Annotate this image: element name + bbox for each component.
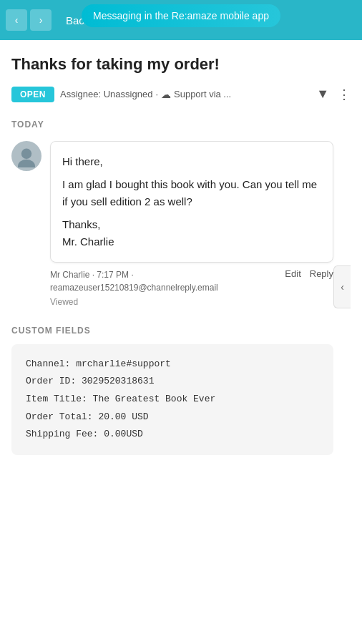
message-meta-right: Edit Reply	[285, 268, 333, 279]
message-container: Hi there, I am glad I bought this book w…	[11, 141, 333, 263]
field-order-total: Order Total: 20.00 USD	[26, 409, 319, 426]
status-actions: ▼ ⋮	[316, 87, 351, 102]
message-signature: Mr. Charlie	[62, 235, 114, 248]
svg-point-0	[21, 148, 31, 158]
header-bar: Messaging in the Re:amaze mobile app ‹ ›…	[0, 0, 362, 40]
conversation-title: Thanks for taking my order!	[11, 54, 351, 75]
edit-button[interactable]: Edit	[285, 268, 300, 279]
message-greeting: Hi there,	[62, 153, 321, 170]
custom-fields-title: CUSTOM FIELDS	[11, 326, 333, 336]
message-text: Hi there, I am glad I bought this book w…	[62, 153, 321, 250]
prev-button[interactable]: ‹	[6, 9, 27, 31]
message-body: I am glad I bought this book with you. C…	[62, 176, 321, 210]
message-area: ‹ TODAY Hi there, I am glad I bought thi…	[11, 119, 351, 455]
custom-fields-section: CUSTOM FIELDS Channel: mrcharlie#support…	[11, 326, 333, 455]
status-bar: OPEN Assignee: Unassigned · ☁ Support vi…	[11, 87, 351, 102]
svg-point-1	[18, 159, 35, 167]
custom-fields-card: Channel: mrcharlie#support Order ID: 302…	[11, 344, 333, 455]
meta-separator-2: ·	[131, 270, 133, 280]
field-item-title: Item Title: The Greatest Book Ever	[26, 391, 319, 409]
cloud-icon: ☁	[161, 89, 171, 100]
assignee-label: Assignee: Unassigned	[60, 89, 152, 99]
message-sender: Mr Charlie	[50, 270, 89, 280]
field-channel: Channel: mrcharlie#support	[26, 356, 319, 374]
notification-text: Messaging in the Re:amaze mobile app	[93, 10, 269, 21]
message-meta-left: Mr Charlie · 7:17 PM · reamazeuser152108…	[50, 268, 218, 308]
field-order-id: Order ID: 3029520318631	[26, 373, 319, 391]
message-closing-text: Thanks,	[62, 218, 100, 230]
notification-banner: Messaging in the Re:amaze mobile app	[82, 4, 280, 27]
message-bubble: Hi there, I am glad I bought this book w…	[50, 141, 333, 263]
reply-button[interactable]: Reply	[310, 268, 333, 279]
side-panel-toggle[interactable]: ‹	[333, 265, 351, 308]
viewed-label: Viewed	[50, 296, 218, 308]
message-sender-time: Mr Charlie · 7:17 PM ·	[50, 268, 218, 281]
message-closing: Thanks, Mr. Charlie	[62, 216, 321, 250]
collapse-icon: ‹	[341, 281, 344, 293]
open-badge: OPEN	[11, 87, 54, 102]
dot-separator: ·	[155, 89, 158, 99]
message-meta: Mr Charlie · 7:17 PM · reamazeuser152108…	[11, 268, 333, 308]
status-info: Assignee: Unassigned · ☁ Support via ...	[60, 89, 310, 100]
field-shipping-fee: Shipping Fee: 0.00USD	[26, 426, 319, 444]
filter-icon[interactable]: ▼	[316, 87, 329, 102]
nav-arrows: ‹ ›	[6, 9, 52, 31]
avatar	[11, 141, 41, 171]
message-time: 7:17 PM	[97, 270, 129, 280]
today-label: TODAY	[11, 119, 333, 130]
channel-label: Support via ...	[174, 89, 231, 99]
main-content: Thanks for taking my order! OPEN Assigne…	[0, 40, 362, 467]
next-button[interactable]: ›	[30, 9, 52, 31]
message-email: reamazeuser15210819@channelreply.email	[50, 281, 218, 294]
more-options-icon[interactable]: ⋮	[338, 87, 351, 102]
